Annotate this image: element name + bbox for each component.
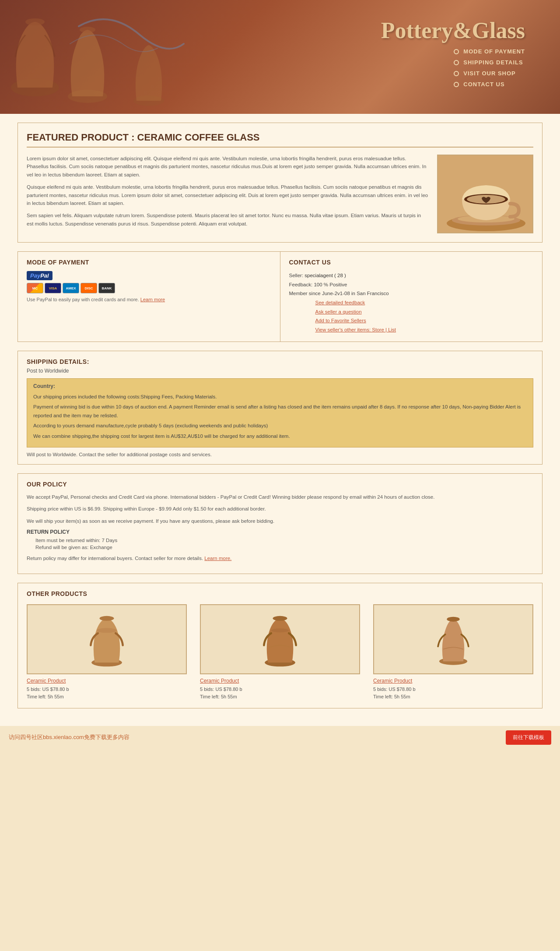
amex-icon: AMEX — [63, 283, 79, 293]
product-name-1[interactable]: Ceramic Product — [27, 678, 187, 684]
learn-more-link[interactable]: Learn more — [140, 297, 165, 302]
contact-heading: CONTACT US — [289, 259, 534, 266]
paypal-logo: PayPal — [27, 271, 52, 280]
product-item-3: Ceramic Product 5 bids: US $78.80 b Time… — [373, 604, 533, 701]
bank-icon: BANK — [98, 283, 115, 293]
discover-icon: DISC — [80, 283, 97, 293]
featured-para-3: Sem sapien vel felis. Aliquam vulputate … — [27, 211, 428, 228]
featured-body: Lorem ipsum dolor sit amet, consectetuer… — [27, 155, 533, 233]
ask-seller-link[interactable]: Ask seller a question — [315, 309, 362, 314]
nav-circle-icon — [454, 71, 459, 76]
header: Pottery&Glass MODE OF PAYMENT SHIPPING D… — [0, 0, 560, 114]
return-item-2: Refund will be given as: Exchange — [35, 545, 533, 550]
product-image-2 — [200, 604, 360, 674]
nav-circle-icon — [454, 60, 459, 65]
policy-learn-more[interactable]: Learn more. — [204, 556, 231, 561]
svg-point-13 — [97, 628, 117, 633]
contact-seller: Seller: specialagent ( 28 ) — [289, 271, 534, 280]
product-image-3 — [373, 604, 533, 674]
policy-para-2: Shipping price within US is $6.99. Shipp… — [27, 505, 533, 514]
policy-footer: Return policy may differ for internation… — [27, 554, 533, 563]
nav-item-shop[interactable]: VISIT OUR SHOP — [454, 70, 525, 77]
payment-column: MODE OF PAYMENT PayPal MC VISA AMEX DISC… — [18, 252, 280, 342]
vase-svg-3 — [429, 609, 477, 670]
policy-section: OUR POLICY We accept PayPal, Personal ch… — [18, 473, 542, 574]
header-navigation: MODE OF PAYMENT SHIPPING DETAILS VISIT O… — [454, 48, 525, 92]
other-products-section: OTHER PRODUCTS Ceramic Product 5 bids: U… — [18, 583, 542, 708]
nav-circle-icon — [454, 49, 459, 54]
favorite-sellers-link[interactable]: Add to Favorite Sellers — [315, 318, 366, 323]
return-policy-title: RETURN POLICY — [27, 529, 533, 535]
policy-heading: OUR POLICY — [27, 481, 533, 488]
shipping-detail-2: Payment of winning bid is due within 10 … — [33, 403, 527, 420]
svg-point-3 — [80, 27, 95, 33]
svg-point-16 — [271, 628, 289, 632]
featured-image — [437, 155, 533, 233]
featured-text: Lorem ipsum dolor sit amet, consectetuer… — [27, 155, 428, 233]
product-meta-1: 5 bids: US $78.80 b Time left: 5h 55m — [27, 686, 187, 701]
product-name-3[interactable]: Ceramic Product — [373, 678, 533, 684]
site-title: Pottery&Glass — [381, 18, 525, 43]
feedback-link[interactable]: See detailed feedback — [315, 300, 365, 305]
product-item-2: Ceramic Product 5 bids: US $78.80 b Time… — [200, 604, 360, 701]
vase-svg-1 — [83, 609, 131, 670]
header-decoration — [0, 0, 219, 114]
footer-watermark: 访问四号社区bbs.xienlao.com免费下载更多内容 前往下载模板 — [0, 726, 560, 749]
vase-svg-2 — [256, 609, 304, 670]
product-name-2[interactable]: Ceramic Product — [200, 678, 360, 684]
watermark-text: 访问四号社区bbs.xienlao.com免费下载更多内容 — [9, 733, 130, 741]
nav-item-shipping[interactable]: SHIPPING DETAILS — [454, 59, 525, 66]
featured-title: FEATURED PRODUCT : CERAMIC COFFEE GLASS — [27, 132, 533, 148]
nav-item-contact[interactable]: CONTACT US — [454, 81, 525, 88]
two-col-section: MODE OF PAYMENT PayPal MC VISA AMEX DISC… — [18, 251, 542, 342]
contact-info: Seller: specialagent ( 28 ) Feedback: 10… — [289, 271, 534, 335]
return-item-1: Item must be returned within: 7 Days — [35, 538, 533, 543]
product-meta-3: 5 bids: US $78.80 b Time left: 5h 55m — [373, 686, 533, 701]
mastercard-icon: MC — [27, 283, 43, 293]
payment-note: Use PayPal to easily pay with credit car… — [27, 297, 271, 302]
product-image-1 — [27, 604, 187, 674]
shipping-heading: SHIPPING DETAILS: — [27, 358, 533, 365]
contact-column: CONTACT US Seller: specialagent ( 28 ) F… — [280, 252, 542, 342]
main-content: FEATURED PRODUCT : CERAMIC COFFEE GLASS … — [0, 114, 560, 726]
svg-point-12 — [100, 616, 114, 621]
post-text: Post to Worldwide — [27, 368, 533, 374]
contact-member: Member since June-2v1-08 in San Francisc… — [289, 289, 534, 298]
will-post: Will post to Worldwide. Contact the sell… — [27, 452, 533, 457]
svg-point-1 — [25, 18, 45, 25]
payment-heading: MODE OF PAYMENT — [27, 259, 271, 266]
policy-para-1: We accept PayPal, Personal checks and Cr… — [27, 493, 533, 502]
svg-point-18 — [447, 616, 459, 621]
product-meta-2: 5 bids: US $78.80 b Time left: 5h 55m — [200, 686, 360, 701]
cc-cards: MC VISA AMEX DISC BANK — [27, 283, 271, 293]
shipping-detail-1: Our shipping prices included the followi… — [33, 393, 527, 402]
shipping-detail-3: According to yours demand manufacture,cy… — [33, 422, 527, 430]
country-label: Country: — [33, 383, 527, 389]
products-grid: Ceramic Product 5 bids: US $78.80 b Time… — [27, 604, 533, 701]
shipping-table: Country: Our shipping prices included th… — [27, 378, 533, 447]
featured-para-2: Quisque eleifend mi quis ante. Vestibulu… — [27, 183, 428, 207]
contact-feedback: Feedback: 100 % Positive — [289, 280, 534, 289]
coffee-cup-svg — [438, 155, 533, 233]
download-button[interactable]: 前往下载模板 — [506, 730, 551, 745]
visa-icon: VISA — [45, 283, 61, 293]
nav-item-payment[interactable]: MODE OF PAYMENT — [454, 48, 525, 55]
shipping-detail-4: We can combine shipping,the shipping cos… — [33, 432, 527, 441]
featured-para-1: Lorem ipsum dolor sit amet, consectetuer… — [27, 155, 428, 179]
featured-section: FEATURED PRODUCT : CERAMIC COFFEE GLASS … — [18, 123, 542, 243]
shipping-section: SHIPPING DETAILS: Post to Worldwide Coun… — [18, 351, 542, 465]
seller-items-link[interactable]: View seller's other items: Store | List — [315, 327, 396, 332]
product-item-1: Ceramic Product 5 bids: US $78.80 b Time… — [27, 604, 187, 701]
nav-circle-icon — [454, 82, 459, 87]
policy-para-3: We will ship your item(s) as soon as we … — [27, 517, 533, 526]
contact-links: See detailed feedback Ask seller a quest… — [315, 298, 534, 335]
other-products-heading: OTHER PRODUCTS — [27, 590, 533, 597]
svg-point-15 — [273, 616, 287, 621]
